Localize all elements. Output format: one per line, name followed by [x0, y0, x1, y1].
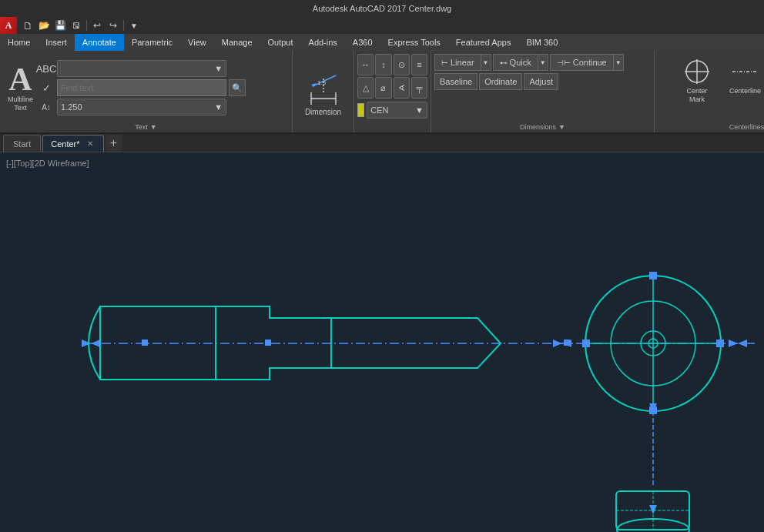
centerlines-buttons: CenterMark Centerline 1.5 Multi — [675, 54, 764, 122]
scale-value: 1.250 — [61, 102, 82, 112]
dim-icon-btn7[interactable]: ∢ — [394, 77, 410, 99]
acad-logo[interactable]: A — [0, 17, 17, 34]
menu-bim360[interactable]: BIM 360 — [518, 34, 565, 51]
text-row1: ABC ▼ — [38, 60, 289, 77]
text-group-arrow: ▼ — [150, 123, 157, 131]
text-group-inner: A MultilineText ABC ▼ — [3, 54, 289, 122]
drawing-canvas — [0, 152, 764, 532]
centerlines-group: CenterMark Centerline 1.5 Multi — [655, 51, 764, 132]
linear-label: Linear — [451, 58, 474, 67]
dim-extra1[interactable]: Baseline — [434, 73, 478, 90]
continue-button[interactable]: ⊣⊢ Continue — [550, 54, 613, 71]
dim-icon-btn6[interactable]: ⌀ — [375, 77, 391, 99]
scale-arrow: ▼ — [214, 102, 223, 112]
dim-icon-row1: ↔ ↕ ⊙ ≡ — [357, 54, 427, 75]
svg-rect-15 — [0, 152, 764, 532]
find-text-input[interactable] — [57, 79, 226, 96]
quick-arrow[interactable]: ▼ — [538, 54, 548, 71]
qa-undo[interactable]: ↩ — [89, 18, 105, 33]
centerline-button[interactable]: Centerline — [723, 54, 764, 122]
menu-insert[interactable]: Insert — [38, 34, 75, 51]
dim-extra3[interactable]: Adjust — [524, 73, 558, 90]
qa-more[interactable]: ▼ — [126, 18, 142, 33]
cen-row: CEN ▼ — [357, 102, 427, 119]
center-tab[interactable]: Center* ✕ — [42, 135, 103, 152]
titlebar: Autodesk AutoCAD 2017 Center.dwg — [0, 0, 764, 17]
dim-extra2[interactable]: Ordinate — [479, 73, 522, 90]
text-controls: ABC ▼ ✓ 🔍 A↕ — [38, 60, 289, 115]
centerlines-footer[interactable]: Centerlines — [729, 122, 764, 132]
quick-access-bar: A 🗋 📂 💾 🖫 ↩ ↪ ▼ — [0, 17, 764, 34]
linear-arrow[interactable]: ▼ — [481, 54, 491, 71]
quick-label: Quick — [510, 58, 531, 67]
dim-row1: ⊢ Linear ▼ ⊷ Quick ▼ ⊣⊢ Continue — [434, 54, 651, 71]
linear-button[interactable]: ⊢ Linear — [434, 54, 481, 71]
style-arrow: ▼ — [214, 64, 223, 73]
qa-open[interactable]: 📂 — [36, 18, 52, 33]
dimensions-footer[interactable]: Dimensions ▼ — [434, 122, 651, 132]
dimension-button[interactable]: 1.5 Dimension — [305, 54, 342, 132]
viewport-label: [-][Top][2D Wireframe] — [6, 159, 89, 168]
dimension-icon: 1.5 — [305, 71, 342, 108]
dim-icon-btn1[interactable]: ↔ — [357, 54, 374, 75]
dim-icon-btn5[interactable]: △ — [357, 77, 374, 99]
dim-icon-btn2[interactable]: ↕ — [375, 54, 391, 75]
menu-addins[interactable]: Add-ins — [301, 34, 345, 51]
svg-marker-6 — [333, 75, 337, 77]
menu-manage[interactable]: Manage — [214, 34, 260, 51]
titlebar-text: Autodesk AutoCAD 2017 Center.dwg — [313, 4, 451, 13]
continue-icon: ⊣⊢ — [557, 59, 571, 67]
menu-a360[interactable]: A360 — [345, 34, 380, 51]
check-icon: ✓ — [38, 82, 55, 94]
dim-row2: Baseline Ordinate Adjust — [434, 73, 651, 90]
start-tab-label: Start — [13, 139, 31, 149]
menu-home[interactable]: Home — [0, 34, 38, 51]
start-tab[interactable]: Start — [3, 135, 41, 152]
dimensions-group: ⊢ Linear ▼ ⊷ Quick ▼ ⊣⊢ Continue — [431, 51, 655, 132]
menu-output[interactable]: Output — [260, 34, 301, 51]
qa-sep2 — [123, 20, 124, 31]
ribbon-content: A MultilineText ABC ▼ — [0, 51, 764, 132]
text-group-footer[interactable]: Text ▼ — [135, 122, 156, 132]
svg-rect-19 — [142, 340, 148, 346]
continue-btn-group: ⊣⊢ Continue ▼ — [550, 54, 624, 71]
dimension-label: Dimension — [305, 108, 341, 116]
viewport: [-][Top][2D Wireframe] — [0, 152, 764, 532]
multiline-text-button[interactable]: A MultilineText — [3, 62, 38, 114]
qa-new[interactable]: 🗋 — [20, 18, 35, 33]
menu-parametric[interactable]: Parametric — [124, 34, 180, 51]
scale-dropdown[interactable]: 1.250 ▼ — [57, 99, 226, 115]
menu-expresstools[interactable]: Express Tools — [380, 34, 448, 51]
qa-saveas[interactable]: 🖫 — [69, 18, 84, 33]
dim-icon-btn8[interactable]: ╤ — [411, 77, 427, 99]
dim-icon-btn3[interactable]: ⊙ — [394, 54, 410, 75]
new-tab-button[interactable]: + — [106, 135, 122, 152]
qa-sep1 — [86, 20, 87, 31]
quick-button[interactable]: ⊷ Quick — [493, 54, 538, 71]
qa-redo[interactable]: ↪ — [106, 18, 121, 33]
menu-featuredapps[interactable]: Featured Apps — [448, 34, 519, 51]
qa-save[interactable]: 💾 — [52, 18, 68, 33]
svg-rect-31 — [649, 272, 657, 279]
dim-icon-btn4[interactable]: ≡ — [411, 54, 427, 75]
abc-icon: ABC — [38, 63, 55, 75]
big-a-icon: A — [8, 63, 32, 95]
dim-controls-group: ↔ ↕ ⊙ ≡ △ ⌀ ∢ ╤ CEN ▼ — [354, 51, 431, 132]
continue-label: Continue — [573, 58, 607, 67]
centerline-icon — [729, 56, 760, 87]
svg-rect-34 — [716, 340, 724, 347]
qa-toolbar: 🗋 📂 💾 🖫 ↩ ↪ ▼ — [17, 18, 145, 33]
dimensions-arrow: ▼ — [558, 123, 565, 131]
continue-arrow[interactable]: ▼ — [613, 54, 624, 71]
style-dropdown[interactable]: ▼ — [57, 60, 226, 77]
text-row3: A↕ 1.250 ▼ — [38, 99, 289, 115]
menu-view[interactable]: View — [180, 34, 214, 51]
center-tab-close[interactable]: ✕ — [85, 139, 96, 149]
find-search-btn[interactable]: 🔍 — [229, 79, 246, 96]
svg-rect-20 — [265, 340, 271, 346]
cen-dropdown[interactable]: CEN ▼ — [367, 102, 427, 119]
cen-arrow: ▼ — [415, 105, 424, 115]
center-mark-button[interactable]: CenterMark — [675, 54, 719, 122]
menu-annotate[interactable]: Annotate — [75, 34, 124, 51]
text-row2: ✓ 🔍 — [38, 79, 289, 96]
